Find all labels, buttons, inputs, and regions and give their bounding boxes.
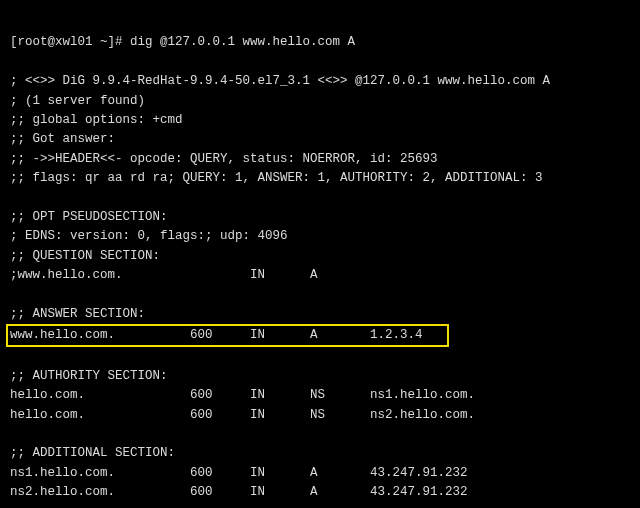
dig-version-line: ; <<>> DiG 9.9.4-RedHat-9.9.4-50.el7_3.1…: [10, 74, 550, 88]
authority-section-header: ;; AUTHORITY SECTION:: [10, 369, 168, 383]
additional-row: ns1.hello.com. 600 IN A 43.247.91.232: [10, 466, 468, 480]
answer-row-highlighted: www.hello.com. 600 IN A 1.2.3.4: [6, 324, 449, 347]
shell-prompt-line: [root@xwl01 ~]# dig @127.0.0.1 www.hello…: [10, 35, 355, 49]
question-row: ;www.hello.com. IN A: [10, 268, 318, 282]
authority-row: hello.com. 600 IN NS ns2.hello.com.: [10, 408, 475, 422]
authority-row: hello.com. 600 IN NS ns1.hello.com.: [10, 388, 475, 402]
terminal-output: [root@xwl01 ~]# dig @127.0.0.1 www.hello…: [0, 0, 640, 508]
additional-row: ns2.hello.com. 600 IN A 43.247.91.232: [10, 485, 468, 499]
got-answer-line: ;; Got answer:: [10, 132, 115, 146]
answer-section-header: ;; ANSWER SECTION:: [10, 307, 145, 321]
opt-pseudosection-header: ;; OPT PSEUDOSECTION:: [10, 210, 168, 224]
header-line: ;; ->>HEADER<<- opcode: QUERY, status: N…: [10, 152, 438, 166]
edns-line: ; EDNS: version: 0, flags:; udp: 4096: [10, 229, 288, 243]
question-section-header: ;; QUESTION SECTION:: [10, 249, 160, 263]
additional-section-header: ;; ADDITIONAL SECTION:: [10, 446, 175, 460]
server-found-line: ; (1 server found): [10, 94, 145, 108]
global-options-line: ;; global options: +cmd: [10, 113, 183, 127]
flags-line: ;; flags: qr aa rd ra; QUERY: 1, ANSWER:…: [10, 171, 543, 185]
